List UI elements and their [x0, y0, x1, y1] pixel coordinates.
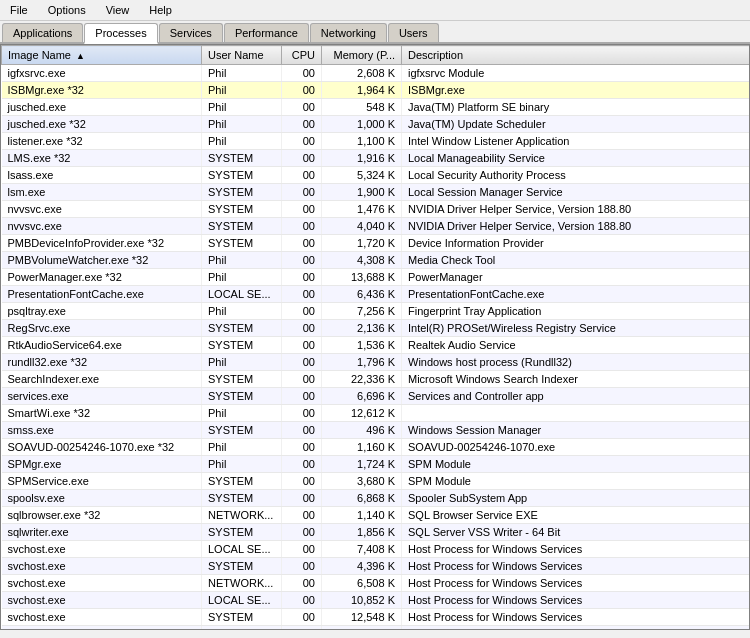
tab-users[interactable]: Users: [388, 23, 439, 42]
col-header-name[interactable]: Image Name ▲: [2, 46, 202, 65]
table-row[interactable]: services.exeSYSTEM006,696 KServices and …: [2, 388, 751, 405]
tab-applications[interactable]: Applications: [2, 23, 83, 42]
table-row[interactable]: smss.exeSYSTEM00496 KWindows Session Man…: [2, 422, 751, 439]
menu-options[interactable]: Options: [42, 2, 92, 18]
table-row[interactable]: igfxsrvc.exePhil002,608 Kigfxsrvc Module: [2, 65, 751, 82]
tab-performance[interactable]: Performance: [224, 23, 309, 42]
table-row[interactable]: SearchIndexer.exeSYSTEM0022,336 KMicroso…: [2, 371, 751, 388]
tab-processes[interactable]: Processes: [84, 23, 157, 44]
sort-arrow-icon: ▲: [76, 51, 85, 61]
table-row[interactable]: SmartWi.exe *32Phil0012,612 K: [2, 405, 751, 422]
table-row[interactable]: sqlbrowser.exe *32NETWORK...001,140 KSQL…: [2, 507, 751, 524]
table-row[interactable]: svchost.exeSYSTEM004,396 KHost Process f…: [2, 558, 751, 575]
table-row[interactable]: rundll32.exe *32Phil001,796 KWindows hos…: [2, 354, 751, 371]
table-row[interactable]: listener.exe *32Phil001,100 KIntel Windo…: [2, 133, 751, 150]
menu-bar: File Options View Help: [0, 0, 750, 21]
menu-help[interactable]: Help: [143, 2, 178, 18]
table-row[interactable]: RegSrvc.exeSYSTEM002,136 KIntel(R) PROSe…: [2, 320, 751, 337]
table-row[interactable]: ISBMgr.exe *32Phil001,964 KISBMgr.exe: [2, 82, 751, 99]
menu-file[interactable]: File: [4, 2, 34, 18]
table-row[interactable]: svchost.exeLOCAL SE...0010,852 KHost Pro…: [2, 592, 751, 609]
table-row[interactable]: svchost.exeLOCAL SE...007,408 KHost Proc…: [2, 541, 751, 558]
table-row[interactable]: lsass.exeSYSTEM005,324 KLocal Security A…: [2, 167, 751, 184]
col-header-desc[interactable]: Description: [402, 46, 751, 65]
tab-services[interactable]: Services: [159, 23, 223, 42]
col-header-user[interactable]: User Name: [202, 46, 282, 65]
table-row[interactable]: sqlwriter.exeSYSTEM001,856 KSQL Server V…: [2, 524, 751, 541]
table-row[interactable]: LMS.exe *32SYSTEM001,916 KLocal Manageab…: [2, 150, 751, 167]
table-row[interactable]: nvvsvc.exeSYSTEM004,040 KNVIDIA Driver H…: [2, 218, 751, 235]
table-row[interactable]: nvvsvc.exeSYSTEM001,476 KNVIDIA Driver H…: [2, 201, 751, 218]
menu-view[interactable]: View: [100, 2, 136, 18]
table-row[interactable]: psqltray.exePhil007,256 KFingerprint Tra…: [2, 303, 751, 320]
table-row[interactable]: jusched.exePhil00548 KJava(TM) Platform …: [2, 99, 751, 116]
table-row[interactable]: SPMService.exeSYSTEM003,680 KSPM Module: [2, 473, 751, 490]
table-row[interactable]: PresentationFontCache.exeLOCAL SE...006,…: [2, 286, 751, 303]
table-row[interactable]: svchost.exeSYSTEM0027,616 KHost Process …: [2, 626, 751, 631]
table-row[interactable]: SPMgr.exePhil001,724 KSPM Module: [2, 456, 751, 473]
col-header-mem[interactable]: Memory (P...: [322, 46, 402, 65]
tab-bar: Applications Processes Services Performa…: [0, 21, 750, 44]
process-table-container: Image Name ▲ User Name CPU Memory (P... …: [0, 44, 750, 630]
table-header-row: Image Name ▲ User Name CPU Memory (P... …: [2, 46, 751, 65]
table-row[interactable]: svchost.exeSYSTEM0012,548 KHost Process …: [2, 609, 751, 626]
table-row[interactable]: PMBDeviceInfoProvider.exe *32SYSTEM001,7…: [2, 235, 751, 252]
table-row[interactable]: RtkAudioService64.exeSYSTEM001,536 KReal…: [2, 337, 751, 354]
process-table: Image Name ▲ User Name CPU Memory (P... …: [1, 45, 750, 630]
table-row[interactable]: lsm.exeSYSTEM001,900 KLocal Session Mana…: [2, 184, 751, 201]
col-header-cpu[interactable]: CPU: [282, 46, 322, 65]
table-row[interactable]: jusched.exe *32Phil001,000 KJava(TM) Upd…: [2, 116, 751, 133]
tab-networking[interactable]: Networking: [310, 23, 387, 42]
table-row[interactable]: PowerManager.exe *32Phil0013,688 KPowerM…: [2, 269, 751, 286]
table-row[interactable]: PMBVolumeWatcher.exe *32Phil004,308 KMed…: [2, 252, 751, 269]
table-body: igfxsrvc.exePhil002,608 Kigfxsrvc Module…: [2, 65, 751, 631]
table-row[interactable]: spoolsv.exeSYSTEM006,868 KSpooler SubSys…: [2, 490, 751, 507]
table-row[interactable]: SOAVUD-00254246-1070.exe *32Phil001,160 …: [2, 439, 751, 456]
table-row[interactable]: svchost.exeNETWORK...006,508 KHost Proce…: [2, 575, 751, 592]
